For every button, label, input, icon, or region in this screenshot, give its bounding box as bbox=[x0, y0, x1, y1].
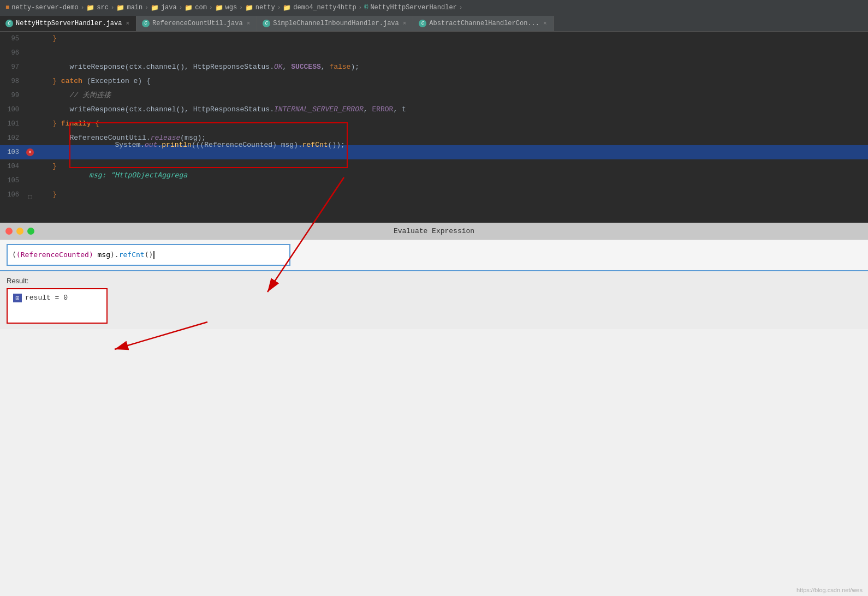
url-bar: https://blog.csdn.net/wes bbox=[796, 587, 863, 593]
java-class-icon: C bbox=[263, 20, 270, 27]
folder-icon: 📁 bbox=[215, 4, 223, 12]
breadcrumb-project[interactable]: ■ netty-server-demo bbox=[5, 4, 79, 11]
tab-close-button[interactable]: × bbox=[402, 20, 408, 27]
breadcrumb-src[interactable]: 📁 src bbox=[86, 4, 109, 12]
code-line-104: 104 } bbox=[0, 159, 868, 174]
minimize-button[interactable] bbox=[16, 228, 23, 235]
java-class-icon: C bbox=[5, 20, 13, 27]
traffic-lights bbox=[5, 228, 34, 235]
tab-close-button[interactable]: × bbox=[542, 20, 548, 27]
breadcrumb-java[interactable]: 📁 java bbox=[151, 4, 177, 12]
tab-close-button[interactable]: × bbox=[124, 20, 130, 27]
eval-input-text: ((ReferenceCounted) msg).refCnt() bbox=[12, 251, 154, 259]
breadcrumb-demo4[interactable]: 📁 demo4_netty4http bbox=[283, 4, 356, 12]
folder-icon: 📁 bbox=[86, 4, 94, 12]
result-area: Result: ⊞ result = 0 bbox=[0, 271, 868, 329]
breadcrumb-sep: › bbox=[81, 4, 85, 11]
tab-simple-channel[interactable]: C SimpleChannelInboundHandler.java × bbox=[257, 16, 413, 31]
tab-close-button[interactable]: × bbox=[246, 20, 252, 27]
tab-refcount-util[interactable]: C ReferenceCountUtil.java × bbox=[136, 16, 257, 31]
code-editor[interactable]: 95 } 96 97 writeResponse(ctx.channel(), … bbox=[0, 32, 868, 223]
java-class-icon: C bbox=[142, 20, 150, 27]
breadcrumb-class[interactable]: © NettyHttpServerHandler bbox=[364, 4, 457, 11]
breadcrumb-com[interactable]: 📁 com bbox=[185, 4, 207, 12]
breadcrumb-netty[interactable]: 📁 netty bbox=[245, 4, 275, 12]
folder-icon: 📁 bbox=[245, 4, 253, 12]
tab-netty-handler[interactable]: C NettyHttpServerHandler.java × bbox=[0, 16, 136, 31]
close-button[interactable] bbox=[5, 228, 13, 235]
result-icon: ⊞ bbox=[13, 294, 22, 302]
breadcrumb-wgs[interactable]: 📁 wgs bbox=[215, 4, 237, 12]
code-line-96: 96 bbox=[0, 46, 868, 60]
code-line-95: 95 } bbox=[0, 32, 868, 46]
maximize-button[interactable] bbox=[27, 228, 34, 235]
result-value: result = 0 bbox=[25, 294, 68, 302]
java-class-icon: C bbox=[419, 20, 426, 27]
code-line-106: 106 } bbox=[0, 188, 868, 202]
folder-icon: 📁 bbox=[151, 4, 159, 12]
evaluate-expression-panel: Evaluate Expression ((ReferenceCounted) … bbox=[0, 223, 868, 329]
result-box: ⊞ result = 0 bbox=[7, 288, 108, 324]
code-lines: 95 } 96 97 writeResponse(ctx.channel(), … bbox=[0, 32, 868, 202]
code-line-105: 105 bbox=[0, 174, 868, 188]
folder-icon: 📁 bbox=[185, 4, 193, 12]
result-label: Result: bbox=[7, 277, 861, 285]
breakpoint-icon: ✕ bbox=[26, 148, 34, 156]
code-line-97: 97 writeResponse(ctx.channel(), HttpResp… bbox=[0, 60, 868, 74]
breadcrumb-bar: ■ netty-server-demo › 📁 src › 📁 main › 📁… bbox=[0, 0, 868, 15]
class-icon: © bbox=[364, 4, 368, 11]
eval-input-box[interactable]: ((ReferenceCounted) msg).refCnt() bbox=[7, 244, 290, 266]
eval-title: Evaluate Expression bbox=[394, 227, 474, 235]
tab-bar: C NettyHttpServerHandler.java × C Refere… bbox=[0, 15, 868, 32]
breadcrumb-main[interactable]: 📁 main bbox=[116, 4, 142, 12]
code-line-98: 98 } catch (Exception e) { bbox=[0, 74, 868, 88]
code-line-99: 99 // 关闭连接 bbox=[0, 88, 868, 103]
project-icon: ■ bbox=[5, 4, 9, 11]
folder-icon: 📁 bbox=[116, 4, 124, 12]
folder-icon: 📁 bbox=[283, 4, 291, 12]
eval-input-area[interactable]: ((ReferenceCounted) msg).refCnt() bbox=[0, 240, 868, 271]
eval-header: Evaluate Expression bbox=[0, 223, 868, 240]
tab-abstract-channel[interactable]: C AbstractChannelHandlerCon... × bbox=[413, 16, 554, 31]
code-line-103: 103 ✕ System.out.println(((ReferenceCoun… bbox=[0, 145, 868, 159]
